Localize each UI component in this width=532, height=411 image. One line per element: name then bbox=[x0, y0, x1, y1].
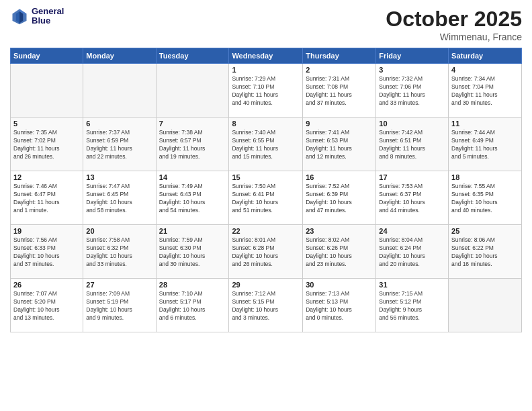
calendar-day: 2Sunrise: 7:31 AM Sunset: 7:08 PM Daylig… bbox=[303, 64, 376, 118]
day-number: 30 bbox=[306, 281, 373, 289]
calendar-day: 20Sunrise: 7:58 AM Sunset: 6:32 PM Dayli… bbox=[83, 225, 156, 279]
location: Wimmenau, France bbox=[386, 32, 522, 42]
day-number: 15 bbox=[232, 173, 300, 181]
calendar-day: 15Sunrise: 7:50 AM Sunset: 6:41 PM Dayli… bbox=[229, 171, 303, 225]
day-info: Sunrise: 8:02 AM Sunset: 6:26 PM Dayligh… bbox=[306, 236, 373, 269]
week-row: 19Sunrise: 7:56 AM Sunset: 6:33 PM Dayli… bbox=[11, 225, 522, 279]
day-number: 24 bbox=[379, 227, 445, 235]
logo: General Blue bbox=[10, 7, 64, 26]
empty-day bbox=[11, 64, 83, 118]
day-number: 3 bbox=[379, 66, 445, 74]
calendar-day: 13Sunrise: 7:47 AM Sunset: 6:45 PM Dayli… bbox=[83, 171, 156, 225]
calendar-day: 19Sunrise: 7:56 AM Sunset: 6:33 PM Dayli… bbox=[11, 225, 83, 279]
day-info: Sunrise: 7:55 AM Sunset: 6:35 PM Dayligh… bbox=[451, 183, 519, 215]
day-number: 7 bbox=[159, 120, 226, 128]
calendar-day: 29Sunrise: 7:12 AM Sunset: 5:15 PM Dayli… bbox=[229, 279, 303, 332]
week-row: 1Sunrise: 7:29 AM Sunset: 7:10 PM Daylig… bbox=[11, 64, 522, 118]
calendar-day: 25Sunrise: 8:06 AM Sunset: 6:22 PM Dayli… bbox=[449, 225, 522, 279]
day-info: Sunrise: 7:49 AM Sunset: 6:43 PM Dayligh… bbox=[159, 183, 226, 215]
weekday-header: Friday bbox=[376, 48, 449, 64]
day-number: 8 bbox=[232, 120, 300, 128]
day-info: Sunrise: 7:42 AM Sunset: 6:51 PM Dayligh… bbox=[379, 129, 445, 161]
calendar-day: 26Sunrise: 7:07 AM Sunset: 5:20 PM Dayli… bbox=[11, 279, 83, 332]
calendar-day: 30Sunrise: 7:13 AM Sunset: 5:13 PM Dayli… bbox=[303, 279, 376, 332]
calendar-day: 11Sunrise: 7:44 AM Sunset: 6:49 PM Dayli… bbox=[449, 118, 522, 171]
day-info: Sunrise: 7:40 AM Sunset: 6:55 PM Dayligh… bbox=[232, 129, 300, 161]
calendar-day: 3Sunrise: 7:32 AM Sunset: 7:06 PM Daylig… bbox=[376, 64, 449, 118]
calendar-day: 21Sunrise: 7:59 AM Sunset: 6:30 PM Dayli… bbox=[156, 225, 229, 279]
day-info: Sunrise: 7:59 AM Sunset: 6:30 PM Dayligh… bbox=[159, 236, 226, 269]
weekday-header: Monday bbox=[83, 48, 156, 64]
empty-day bbox=[83, 64, 156, 118]
calendar-page: General Blue October 2025 Wimmenau, Fran… bbox=[0, 0, 532, 411]
calendar-day: 14Sunrise: 7:49 AM Sunset: 6:43 PM Dayli… bbox=[156, 171, 229, 225]
day-number: 31 bbox=[379, 281, 445, 289]
calendar-table: SundayMondayTuesdayWednesdayThursdayFrid… bbox=[10, 48, 522, 332]
page-header: General Blue October 2025 Wimmenau, Fran… bbox=[10, 7, 522, 42]
day-info: Sunrise: 7:29 AM Sunset: 7:10 PM Dayligh… bbox=[232, 75, 300, 107]
logo-line2: Blue bbox=[32, 16, 64, 26]
day-info: Sunrise: 7:12 AM Sunset: 5:15 PM Dayligh… bbox=[232, 290, 300, 322]
calendar-day: 27Sunrise: 7:09 AM Sunset: 5:19 PM Dayli… bbox=[83, 279, 156, 332]
day-info: Sunrise: 7:41 AM Sunset: 6:53 PM Dayligh… bbox=[306, 129, 373, 161]
week-row: 5Sunrise: 7:35 AM Sunset: 7:02 PM Daylig… bbox=[11, 118, 522, 171]
day-number: 26 bbox=[13, 281, 80, 289]
calendar-day: 23Sunrise: 8:02 AM Sunset: 6:26 PM Dayli… bbox=[303, 225, 376, 279]
day-number: 5 bbox=[13, 120, 80, 128]
weekday-header-row: SundayMondayTuesdayWednesdayThursdayFrid… bbox=[11, 48, 522, 64]
calendar-day: 10Sunrise: 7:42 AM Sunset: 6:51 PM Dayli… bbox=[376, 118, 449, 171]
day-info: Sunrise: 7:38 AM Sunset: 6:57 PM Dayligh… bbox=[159, 129, 226, 161]
day-number: 20 bbox=[86, 227, 152, 235]
week-row: 12Sunrise: 7:46 AM Sunset: 6:47 PM Dayli… bbox=[11, 171, 522, 225]
day-number: 23 bbox=[306, 227, 373, 235]
calendar-day: 6Sunrise: 7:37 AM Sunset: 6:59 PM Daylig… bbox=[83, 118, 156, 171]
weekday-header: Sunday bbox=[11, 48, 83, 64]
day-number: 17 bbox=[379, 173, 445, 181]
calendar-day: 4Sunrise: 7:34 AM Sunset: 7:04 PM Daylig… bbox=[449, 64, 522, 118]
day-info: Sunrise: 7:10 AM Sunset: 5:17 PM Dayligh… bbox=[159, 290, 226, 322]
title-block: October 2025 Wimmenau, France bbox=[386, 7, 522, 42]
day-number: 14 bbox=[159, 173, 226, 181]
day-info: Sunrise: 7:32 AM Sunset: 7:06 PM Dayligh… bbox=[379, 75, 445, 107]
day-info: Sunrise: 7:56 AM Sunset: 6:33 PM Dayligh… bbox=[13, 236, 80, 269]
day-number: 19 bbox=[13, 227, 80, 235]
day-info: Sunrise: 7:31 AM Sunset: 7:08 PM Dayligh… bbox=[306, 75, 373, 107]
calendar-day: 18Sunrise: 7:55 AM Sunset: 6:35 PM Dayli… bbox=[449, 171, 522, 225]
empty-day bbox=[156, 64, 229, 118]
weekday-header: Wednesday bbox=[229, 48, 303, 64]
day-info: Sunrise: 7:07 AM Sunset: 5:20 PM Dayligh… bbox=[13, 290, 80, 322]
calendar-day: 8Sunrise: 7:40 AM Sunset: 6:55 PM Daylig… bbox=[229, 118, 303, 171]
day-number: 2 bbox=[306, 66, 373, 74]
calendar-day: 1Sunrise: 7:29 AM Sunset: 7:10 PM Daylig… bbox=[229, 64, 303, 118]
logo-line1: General bbox=[32, 7, 64, 16]
day-number: 29 bbox=[232, 281, 300, 289]
day-number: 28 bbox=[159, 281, 226, 289]
calendar-day: 17Sunrise: 7:53 AM Sunset: 6:37 PM Dayli… bbox=[376, 171, 449, 225]
day-number: 25 bbox=[451, 227, 519, 235]
day-number: 10 bbox=[379, 120, 445, 128]
day-number: 1 bbox=[232, 66, 300, 74]
day-info: Sunrise: 8:06 AM Sunset: 6:22 PM Dayligh… bbox=[451, 236, 519, 269]
day-info: Sunrise: 8:01 AM Sunset: 6:28 PM Dayligh… bbox=[232, 236, 300, 269]
logo-text: General Blue bbox=[32, 7, 64, 26]
calendar-day: 31Sunrise: 7:15 AM Sunset: 5:12 PM Dayli… bbox=[376, 279, 449, 332]
week-row: 26Sunrise: 7:07 AM Sunset: 5:20 PM Dayli… bbox=[11, 279, 522, 332]
day-number: 9 bbox=[306, 120, 373, 128]
weekday-header: Tuesday bbox=[156, 48, 229, 64]
logo-icon bbox=[10, 7, 29, 26]
day-number: 27 bbox=[86, 281, 152, 289]
calendar-day: 7Sunrise: 7:38 AM Sunset: 6:57 PM Daylig… bbox=[156, 118, 229, 171]
calendar-day: 22Sunrise: 8:01 AM Sunset: 6:28 PM Dayli… bbox=[229, 225, 303, 279]
calendar-day: 9Sunrise: 7:41 AM Sunset: 6:53 PM Daylig… bbox=[303, 118, 376, 171]
day-info: Sunrise: 7:46 AM Sunset: 6:47 PM Dayligh… bbox=[13, 183, 80, 215]
empty-day bbox=[449, 279, 522, 332]
day-number: 4 bbox=[451, 66, 519, 74]
month-title: October 2025 bbox=[386, 7, 522, 32]
day-number: 16 bbox=[306, 173, 373, 181]
day-info: Sunrise: 7:37 AM Sunset: 6:59 PM Dayligh… bbox=[86, 129, 152, 161]
day-info: Sunrise: 8:04 AM Sunset: 6:24 PM Dayligh… bbox=[379, 236, 445, 269]
day-number: 21 bbox=[159, 227, 226, 235]
day-info: Sunrise: 7:13 AM Sunset: 5:13 PM Dayligh… bbox=[306, 290, 373, 322]
calendar-day: 16Sunrise: 7:52 AM Sunset: 6:39 PM Dayli… bbox=[303, 171, 376, 225]
calendar-day: 28Sunrise: 7:10 AM Sunset: 5:17 PM Dayli… bbox=[156, 279, 229, 332]
